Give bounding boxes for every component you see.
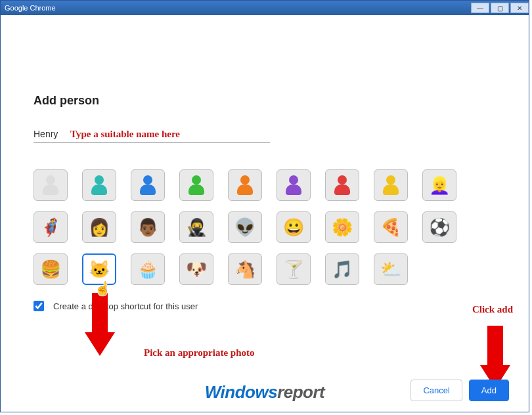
shortcut-checkbox-label: Create a desktop shortcut for this user xyxy=(53,301,198,311)
avatar-burger[interactable]: 🍔 xyxy=(33,253,68,285)
avatar-cupcake[interactable]: 🧁 xyxy=(131,253,165,285)
titlebar[interactable]: Google Chrome — ▢ ✕ xyxy=(1,1,529,15)
avatar-ninja[interactable]: 🥷 xyxy=(179,211,213,243)
female-blonde-icon: 👱‍♀️ xyxy=(429,175,450,196)
avatar-silhouette-teal[interactable] xyxy=(82,169,116,201)
maximize-button[interactable]: ▢ xyxy=(491,3,509,13)
annotation-click-add: Click add xyxy=(472,304,513,315)
name-field-row: Type a suitable name here xyxy=(33,129,270,143)
add-button[interactable]: Add xyxy=(469,380,509,401)
avatar-hero[interactable]: 🦸 xyxy=(33,211,68,243)
avatar-pizza[interactable]: 🍕 xyxy=(374,211,408,243)
avatar-silhouette-orange[interactable] xyxy=(228,169,262,201)
avatar-female-blonde[interactable]: 👱‍♀️ xyxy=(422,169,456,201)
dialog-footer: Cancel Add xyxy=(1,380,529,401)
music-note-icon: 🎵 xyxy=(332,259,353,280)
horse-icon: 🐴 xyxy=(234,259,255,280)
flower-icon: 🌼 xyxy=(332,217,353,238)
burger-icon: 🍔 xyxy=(40,259,61,280)
annotation-pick-photo: Pick an appropriate photo xyxy=(144,347,255,359)
cursor-hand-icon: ☝️ xyxy=(95,280,111,296)
avatar-silhouette-blue[interactable] xyxy=(131,169,165,201)
window-title: Google Chrome xyxy=(5,4,56,12)
avatar-alien[interactable]: 👽 xyxy=(228,211,262,243)
cancel-button[interactable]: Cancel xyxy=(410,380,462,401)
pizza-icon: 🍕 xyxy=(380,217,401,238)
silhouette-icon xyxy=(91,175,107,195)
avatar-flower[interactable]: 🌼 xyxy=(325,211,359,243)
window-controls: — ▢ ✕ xyxy=(470,3,529,13)
dialog-content: Add person Type a suitable name here 👱‍♀… xyxy=(1,15,529,311)
avatar-female-sunglasses[interactable]: 👩 xyxy=(82,211,116,243)
shortcut-checkbox[interactable] xyxy=(33,301,44,311)
smiley-icon: 😀 xyxy=(283,217,304,238)
male-dark-icon: 👨🏾 xyxy=(137,217,158,238)
silhouette-icon xyxy=(334,175,350,195)
minimize-button[interactable]: — xyxy=(471,3,489,13)
cupcake-icon: 🧁 xyxy=(137,259,158,280)
hero-icon: 🦸 xyxy=(40,217,61,238)
close-button[interactable]: ✕ xyxy=(510,3,529,13)
annotation-arrow-pick xyxy=(85,293,115,365)
silhouette-icon xyxy=(286,175,301,195)
avatar-silhouette-purple[interactable] xyxy=(277,169,311,201)
avatar-silhouette-white[interactable] xyxy=(33,169,68,201)
alien-icon: 👽 xyxy=(234,217,255,238)
avatar-horse[interactable]: 🐴 xyxy=(228,253,262,285)
avatar-silhouette-green[interactable] xyxy=(179,169,213,201)
avatar-music-note[interactable]: 🎵 xyxy=(325,253,359,285)
button-row: Cancel Add xyxy=(410,380,509,401)
chrome-window: Google Chrome — ▢ ✕ Add person Type a su… xyxy=(0,0,529,412)
silhouette-icon xyxy=(237,175,253,195)
silhouette-icon xyxy=(43,175,58,195)
avatar-silhouette-yellow[interactable] xyxy=(374,169,408,201)
avatar-silhouette-red[interactable] xyxy=(325,169,359,201)
dialog-heading: Add person xyxy=(33,94,496,108)
cat-icon: 🐱 xyxy=(89,259,110,280)
ninja-icon: 🥷 xyxy=(186,217,207,238)
dog-icon: 🐶 xyxy=(186,259,207,280)
avatar-male-dark[interactable]: 👨🏾 xyxy=(131,211,165,243)
soccer-ball-icon: ⚽ xyxy=(429,217,450,238)
silhouette-icon xyxy=(383,175,399,195)
annotation-name-hint: Type a suitable name here xyxy=(70,129,180,140)
silhouette-icon xyxy=(140,175,156,195)
avatar-grid: 👱‍♀️🦸👩👨🏾🥷👽😀🌼🍕⚽🍔🐱🧁🐶🐴🍸🎵⛅ xyxy=(33,169,496,285)
avatar-sun-cloud[interactable]: ⛅ xyxy=(374,253,408,285)
female-sunglasses-icon: 👩 xyxy=(89,217,110,238)
avatar-dog[interactable]: 🐶 xyxy=(179,253,213,285)
avatar-cocktail[interactable]: 🍸 xyxy=(277,253,311,285)
avatar-soccer-ball[interactable]: ⚽ xyxy=(422,211,456,243)
cocktail-icon: 🍸 xyxy=(283,259,304,280)
avatar-smiley[interactable]: 😀 xyxy=(277,211,311,243)
silhouette-icon xyxy=(188,175,204,195)
person-name-input[interactable] xyxy=(33,129,70,139)
sun-cloud-icon: ⛅ xyxy=(380,259,401,280)
